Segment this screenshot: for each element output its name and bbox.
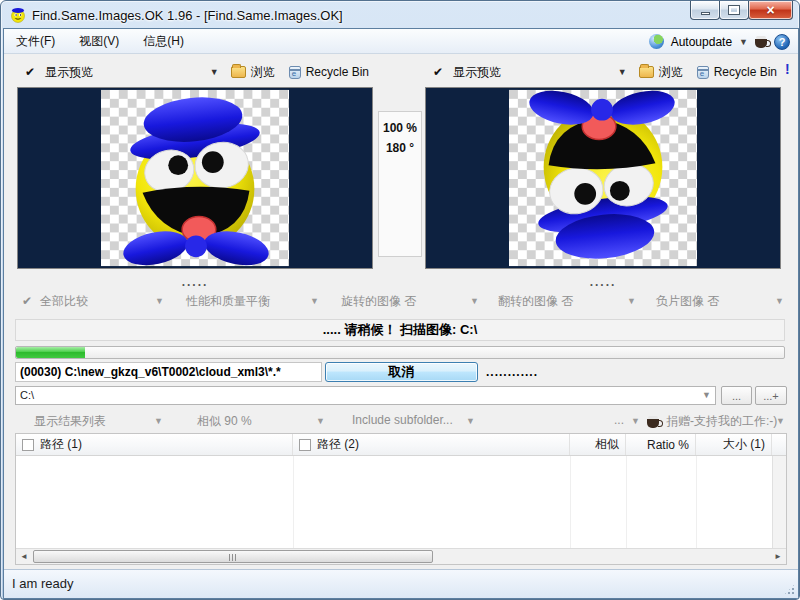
path-combo-arrow-icon[interactable]: ▼ [702, 387, 711, 404]
table-body[interactable] [16, 456, 772, 548]
result-list-arrow-icon[interactable]: ▼ [154, 416, 163, 426]
menu-bar: 文件(F) 视图(V) 信息(H) Autoupdate ▼ ? [4, 29, 798, 54]
status-text: I am ready [12, 576, 73, 591]
rotated-images-dropdown[interactable]: 旋转的图像 否 ▼ [341, 289, 479, 313]
close-button[interactable]: × [748, 1, 793, 20]
path1-checkbox[interactable] [22, 439, 34, 451]
maximize-button[interactable] [719, 1, 749, 20]
column-similar-label: 相似 [595, 436, 619, 453]
rotation-value: 180 ° [379, 138, 421, 158]
globe-icon [649, 34, 664, 49]
coffee-cup-icon[interactable] [755, 39, 767, 48]
title-bar[interactable]: Find.Same.Images.OK 1.96 - [Find.Same.Im… [1, 1, 800, 29]
more-options-dropdown[interactable]: ... [614, 413, 624, 427]
column-size-label: 大小 (1) [723, 436, 765, 453]
similarity-arrow-icon[interactable]: ▼ [316, 416, 325, 426]
column-path1[interactable]: 路径 (1) [16, 434, 293, 455]
flipped-images-dropdown[interactable]: 翻转的图像 否 ▼ [498, 289, 636, 313]
column-path2[interactable]: 路径 (2) [293, 434, 570, 455]
window-title: Find.Same.Images.OK 1.96 - [Find.Same.Im… [32, 8, 343, 23]
vertical-scrollbar[interactable] [772, 456, 786, 548]
right-browse-label[interactable]: 浏览 [659, 64, 683, 81]
close-icon: × [766, 3, 774, 17]
flipped-images-arrow-icon: ▼ [627, 296, 636, 306]
menu-view[interactable]: 视图(V) [67, 33, 131, 50]
negative-images-dropdown[interactable]: 负片图像 否 ▼ [656, 289, 784, 313]
right-preview-dropdown-arrow-icon[interactable]: ▼ [618, 67, 627, 77]
horizontal-scroll-thumb[interactable] [33, 550, 433, 563]
column-path1-label: 路径 (1) [40, 436, 82, 453]
right-recycle-label[interactable]: Recycle Bin [714, 65, 777, 79]
left-preview-dropdown-arrow-icon[interactable]: ▼ [210, 67, 219, 77]
current-file-field: (00030) C:\new_gkzq_v6\T0002\cloud_xml3\… [15, 362, 322, 382]
results-table: 路径 (1) 路径 (2) 相似 Ratio % 大小 (1) [15, 433, 787, 565]
column-similar[interactable]: 相似 [570, 434, 626, 455]
rotated-images-arrow-icon: ▼ [470, 296, 479, 306]
quality-dropdown[interactable]: 性能和质量平衡 ▼ [186, 289, 319, 313]
right-image-dots: ..... [425, 275, 781, 289]
menu-file[interactable]: 文件(F) [4, 33, 67, 50]
result-list-dropdown[interactable]: 显示结果列表 [34, 413, 106, 430]
left-browse-folder-icon[interactable] [231, 66, 246, 78]
donate-arrow-icon[interactable]: ▼ [776, 416, 785, 426]
subfolder-arrow-icon[interactable]: ▼ [466, 416, 475, 426]
right-browse-folder-icon[interactable] [639, 66, 654, 78]
compare-all-arrow-icon: ▼ [155, 296, 164, 306]
autoupdate-dropdown-arrow-icon[interactable]: ▼ [739, 37, 748, 47]
similarity-dropdown[interactable]: 相似 90 % [197, 413, 252, 430]
left-preview-label[interactable]: 显示预览 [45, 64, 93, 81]
scan-status-banner: ..... 请稍候！ 扫描图像: C:\ [15, 319, 785, 341]
horizontal-scrollbar[interactable]: ◄ ► [16, 548, 786, 564]
more-options-arrow-icon[interactable]: ▼ [631, 416, 640, 426]
right-preview-panel[interactable] [425, 87, 781, 269]
zoom-rotation-box: 100 % 180 ° [378, 111, 422, 257]
right-preview-checkmark-icon[interactable]: ✔ [433, 65, 443, 79]
left-preview-image [101, 89, 289, 267]
right-panel-header: ✔ 显示预览 ▼ 浏览 Recycle Bin [425, 59, 781, 85]
column-filler [772, 434, 786, 455]
zoom-value: 100 % [379, 118, 421, 138]
left-preview-checkmark-icon[interactable]: ✔ [25, 65, 35, 79]
path-combobox[interactable]: C:\ ▼ [15, 386, 716, 405]
subfolder-dropdown[interactable]: Include subfolder... [352, 413, 453, 427]
left-recycle-label[interactable]: Recycle Bin [306, 65, 369, 79]
column-ratio-label: Ratio % [647, 438, 689, 452]
scroll-thumb-grip-icon [229, 554, 238, 561]
browse-add-button[interactable]: ...+ [755, 386, 787, 405]
help-icon[interactable]: ? [774, 34, 790, 50]
left-image-dots: ..... [17, 275, 373, 289]
donate-coffee-icon[interactable] [647, 419, 659, 428]
column-ratio[interactable]: Ratio % [626, 434, 696, 455]
right-preview-image [509, 89, 697, 267]
minimize-icon [701, 12, 710, 15]
resize-grip[interactable] [783, 583, 796, 596]
quality-arrow-icon: ▼ [310, 296, 319, 306]
negative-images-arrow-icon: ▼ [775, 296, 784, 306]
browse-more-button[interactable]: ... [721, 386, 752, 405]
app-window: Find.Same.Images.OK 1.96 - [Find.Same.Im… [0, 0, 800, 600]
left-preview-panel[interactable] [17, 87, 373, 269]
scroll-right-arrow-icon[interactable]: ► [770, 549, 786, 564]
path2-checkbox[interactable] [299, 439, 311, 451]
autoupdate-label[interactable]: Autoupdate [671, 35, 732, 49]
cancel-button[interactable]: 取消 [325, 362, 478, 382]
minimize-button[interactable] [690, 1, 720, 20]
right-recycle-bin-icon[interactable] [697, 66, 709, 79]
scroll-left-arrow-icon[interactable]: ◄ [16, 549, 32, 564]
donate-label[interactable]: 捐赠-支持我的工作:-) [666, 413, 777, 430]
left-browse-label[interactable]: 浏览 [251, 64, 275, 81]
column-size[interactable]: 大小 (1) [696, 434, 772, 455]
right-preview-label[interactable]: 显示预览 [453, 64, 501, 81]
menu-info[interactable]: 信息(H) [131, 33, 196, 50]
negative-images-label: 负片图像 否 [656, 293, 719, 310]
scan-progress-fill [16, 347, 85, 358]
compare-all-dropdown[interactable]: ✔ 全部比较 ▼ [22, 289, 164, 313]
maximize-icon [729, 6, 739, 14]
compare-all-label: 全部比较 [40, 293, 88, 310]
flipped-images-label: 翻转的图像 否 [498, 293, 573, 310]
left-recycle-bin-icon[interactable] [289, 66, 301, 79]
results-options-bar: 显示结果列表 ▼ 相似 90 % ▼ Include subfolder... … [4, 409, 798, 433]
status-bar: I am ready [4, 569, 798, 598]
compare-all-checkmark-icon: ✔ [22, 294, 32, 308]
left-panel-header: ✔ 显示预览 ▼ 浏览 Recycle Bin [17, 59, 373, 85]
